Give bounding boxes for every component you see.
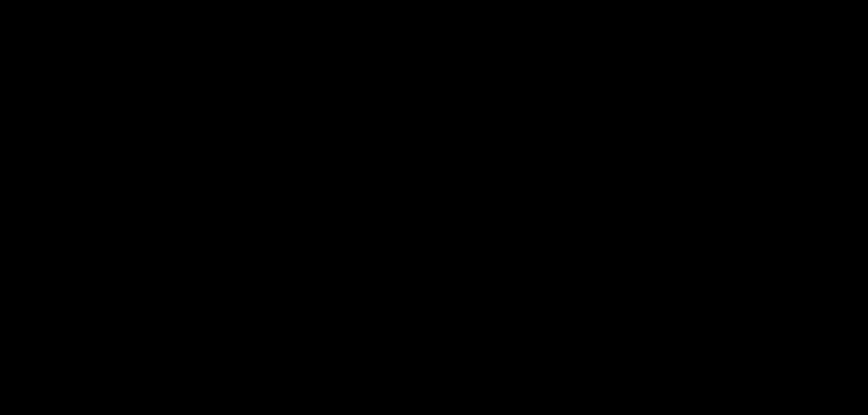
waveform-viewer [0,0,868,415]
plot-area[interactable] [0,0,868,415]
